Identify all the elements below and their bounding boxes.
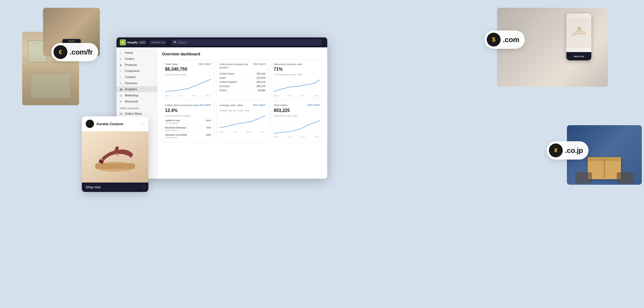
dashboard-grid: Total Sales View report $6,340,750 SALES… xyxy=(162,60,323,143)
total-sales-label: Total Sales xyxy=(165,63,178,66)
sidebar-online-store-label: Online Store xyxy=(125,112,142,115)
converted-sub: 319 sessions xyxy=(165,136,187,139)
avg-order-link[interactable]: View report xyxy=(253,104,265,106)
returning-value: 71% xyxy=(274,67,320,72)
store-cta-arrow: › xyxy=(143,185,144,189)
sales-channels-arrow: › xyxy=(153,107,154,109)
fr-value: 62,894 xyxy=(258,89,265,92)
total-orders-label: Total orders xyxy=(274,104,288,107)
total-sales-link[interactable]: View report xyxy=(199,63,211,65)
card-total-sales: Total Sales View report $6,340,750 SALES… xyxy=(162,60,214,98)
total-sales-chart: Sep 1Oct 1Nov 1Dec 1 xyxy=(165,76,211,95)
sales-channels-section: Sales channels › xyxy=(116,104,157,111)
uk-name: United Kingdom xyxy=(219,81,237,83)
location-row-us: United States 752,318 xyxy=(219,72,265,76)
total-sales-value: $6,340,750 xyxy=(165,67,211,72)
converted-name: Sessions converted xyxy=(165,134,187,136)
location-row-uk: United Kingdom 425,273 xyxy=(219,80,265,84)
store-menu-button[interactable]: ··· xyxy=(141,121,144,126)
avg-order-x-labels: Sep 1Oct 1Nov 1Dec 1 xyxy=(219,131,265,133)
sidebar-item-content[interactable]: □ Content xyxy=(116,74,157,80)
us-value: 752,318 xyxy=(256,72,265,75)
sessions-link[interactable]: View report xyxy=(253,63,265,65)
store-card: Aurelia Couture ··· Shop now › xyxy=(82,116,148,192)
store-name: Aurelia Couture xyxy=(96,122,141,126)
card-sessions-header: Online store sessions by location View r… xyxy=(219,63,265,70)
fr-name: France xyxy=(219,89,227,92)
store-avatar xyxy=(86,120,94,128)
total-orders-link[interactable]: View report xyxy=(307,104,320,106)
shopify-logo-icon: S xyxy=(120,39,126,45)
card-conversion-rate: Online store conversion rate View report… xyxy=(162,101,214,142)
sidebar-item-customers[interactable]: ○ Customers xyxy=(116,68,157,74)
sidebar-marketing-label: Marketing xyxy=(125,94,138,97)
sessions-label: Online store sessions by location xyxy=(219,63,253,70)
sidebar-item-online-store[interactable]: 🛍 Online Store xyxy=(116,111,157,117)
sidebar-orders-label: Orders xyxy=(125,57,134,60)
dollar-symbol: $ xyxy=(487,33,501,47)
euro-symbol: € xyxy=(54,45,67,59)
card-sessions-location: Online store sessions by location View r… xyxy=(216,60,268,98)
sidebar-content-label: Content xyxy=(125,75,136,79)
admin-search-bar[interactable]: 🔍 Search xyxy=(171,39,322,45)
dashboard-title: Overview dashboard xyxy=(162,52,323,56)
shopify-plus-badge: plus xyxy=(139,41,146,44)
euro-text: .com/fr xyxy=(70,48,93,57)
conversion-value: 12.4% xyxy=(165,108,211,113)
returning-label: Returning customer rate xyxy=(274,63,302,66)
de-value: 236,273 xyxy=(256,85,265,88)
products-icon: ◈ xyxy=(120,63,123,66)
card-avg-order-header: Average order value View report xyxy=(219,104,265,107)
euro-badge: € .com/fr xyxy=(51,43,98,61)
svg-rect-14 xyxy=(115,153,119,156)
marketing-icon: ◎ xyxy=(120,94,123,97)
cart-name: Added to cart xyxy=(165,119,180,122)
admin-topbar: S shopify plus Summer '23 🔍 Search xyxy=(116,37,327,47)
sidebar-item-orders[interactable]: ≡ Orders xyxy=(116,56,157,62)
es-name: Spain xyxy=(219,76,226,79)
store-cta-button[interactable]: Shop now › xyxy=(82,183,148,192)
store-card-header: Aurelia Couture ··· xyxy=(82,116,148,131)
funnel-row-cart: Added to cart 412 sessions 91% xyxy=(165,118,211,125)
sidebar-item-products[interactable]: ◈ Products xyxy=(116,62,157,68)
sidebar-item-home[interactable]: ⌂ Home xyxy=(116,50,157,56)
sidebar-analytics-label: Analytics xyxy=(125,88,137,91)
total-orders-chart-label: ORDERS OVER TIME xyxy=(274,115,320,117)
search-placeholder: Search xyxy=(178,41,187,44)
apps-arrow: › xyxy=(153,131,154,134)
de-name: Germany xyxy=(219,85,230,88)
sidebar-item-analytics[interactable]: ▦ Analytics xyxy=(116,86,157,92)
discounts-icon: ✦ xyxy=(120,100,123,103)
returning-chart-label: CUSTOMERS OVER TIME xyxy=(274,73,320,76)
total-sales-chart-label: SALES OVER TIME xyxy=(165,73,211,76)
sidebar-item-finances[interactable]: ◇ Finances xyxy=(116,80,157,86)
yen-text: .co.jp xyxy=(565,146,583,155)
dollar-text: .com xyxy=(503,35,519,44)
conversion-link[interactable]: View report xyxy=(199,104,211,106)
sidebar-item-discounts[interactable]: ✦ Discounts xyxy=(116,98,157,104)
card-total-sales-header: Total Sales View report xyxy=(165,63,211,66)
customers-icon: ○ xyxy=(120,70,123,73)
cart-pct: 91% xyxy=(206,119,211,122)
search-icon: 🔍 xyxy=(174,41,177,44)
conversion-label: Online store conversion rate xyxy=(165,104,198,107)
es-value: 132,076 xyxy=(256,76,265,79)
sidebar-item-marketing[interactable]: ◎ Marketing xyxy=(116,92,157,98)
location-row-es: Spain 132,076 xyxy=(219,76,265,80)
card-returning-customer: Returning customer rate 71% CUSTOMERS OV… xyxy=(271,60,323,98)
returning-x-labels: Sep 1Oct 1Nov 1Dec 1 xyxy=(274,95,320,97)
total-orders-chart: Sep 1Oct 1Nov 1Dec 1 xyxy=(274,118,320,137)
shopify-logo-text: shopify xyxy=(127,41,138,44)
returning-chart: Sep 1Oct 1Nov 1Dec 1 xyxy=(274,76,320,95)
online-store-icon: 🛍 xyxy=(120,112,123,115)
total-orders-x-labels: Sep 1Oct 1Nov 1Dec 1 xyxy=(274,136,320,138)
sandal-illustration xyxy=(90,139,140,175)
admin-main: Overview dashboard Total Sales View repo… xyxy=(158,47,327,179)
orders-icon: ≡ xyxy=(120,57,123,60)
svg-rect-13 xyxy=(95,163,135,169)
funnel-label: CONVERSION FUNNEL xyxy=(165,115,211,117)
avg-order-chart: Sep 1Oct 1Nov 1Dec 1 xyxy=(219,112,265,131)
shopify-logo: S shopify plus xyxy=(120,39,146,45)
funnel-row-checkout: Reached checkout 389 sessions 70% xyxy=(165,125,211,133)
yen-badge: ¥ .co.jp xyxy=(547,141,589,160)
